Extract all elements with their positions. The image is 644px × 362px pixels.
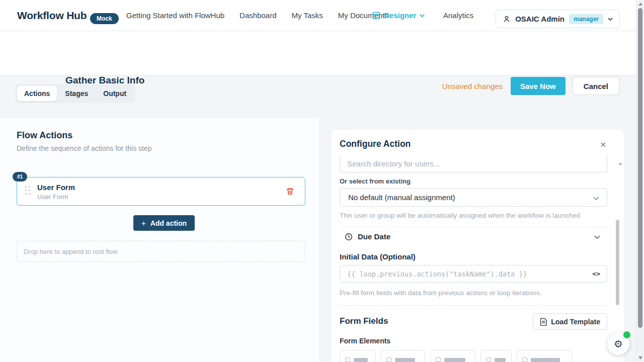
load-template-label: Load Template xyxy=(551,318,600,326)
configure-action-title: Configure Action xyxy=(340,139,411,149)
top-navbar: Workflow Hub Mock Getting Started with F… xyxy=(0,0,644,31)
scrollbar-up-arrow[interactable] xyxy=(638,3,642,6)
flow-actions-title: Flow Actions xyxy=(17,130,72,141)
scrollbar-thumb[interactable] xyxy=(638,8,642,328)
drop-zone-hint: Drop here to append to root flow xyxy=(24,248,117,255)
user-menu[interactable]: OSAIC Admin manager xyxy=(496,10,620,28)
nav-item-my-tasks[interactable]: My Tasks xyxy=(291,11,323,20)
flow-actions-panel: Flow Actions Define the sequence of acti… xyxy=(0,118,319,362)
tab-stages[interactable]: Stages xyxy=(58,86,95,101)
drag-handle-icon[interactable] xyxy=(25,186,30,195)
section-divider xyxy=(340,305,607,306)
form-elements-label: Form Elements xyxy=(340,337,390,345)
initial-data-field: <> xyxy=(340,265,607,283)
due-date-section-toggle[interactable]: Due Date xyxy=(340,227,607,246)
initial-data-label: Initial Data (Optional) xyxy=(340,252,416,261)
cancel-button[interactable]: Cancel xyxy=(573,77,619,95)
env-badge: Mock xyxy=(90,13,119,24)
close-icon[interactable]: ✕ xyxy=(600,141,606,148)
select-existing-label: Or select from existing xyxy=(340,177,411,185)
form-element-chips xyxy=(340,350,572,362)
add-action-button[interactable]: + Add action xyxy=(133,215,195,231)
tab-actions[interactable]: Actions xyxy=(17,86,57,101)
nav-links: Getting Started with FlowHub Dashboard M… xyxy=(126,11,388,20)
configure-action-panel: Configure Action ✕ Or select from existi… xyxy=(331,130,624,362)
default-assignee-select[interactable]: No default (manual assignment) xyxy=(340,188,607,207)
initial-data-hint: Pre-fill form fields with data from prev… xyxy=(340,289,541,297)
form-element-chip[interactable] xyxy=(340,350,376,362)
chevron-down-icon xyxy=(594,235,600,239)
drop-zone[interactable]: Drop here to append to root flow xyxy=(17,241,305,262)
action-card-title: User Form xyxy=(37,183,75,192)
nav-item-analytics[interactable]: Analytics xyxy=(443,11,473,20)
nav-item-designer[interactable]: Designer xyxy=(372,11,425,20)
user-name: OSAIC Admin xyxy=(515,15,565,23)
tabbar: Actions Stages Output xyxy=(15,84,135,103)
panel-scrollbar-thumb[interactable] xyxy=(616,220,619,305)
nav-item-dashboard[interactable]: Dashboard xyxy=(239,11,276,20)
app-window: Workflow Hub Mock Getting Started with F… xyxy=(0,0,644,362)
designer-layout-icon xyxy=(372,12,380,20)
delete-action-button[interactable] xyxy=(286,187,295,196)
inner-scroll-up-arrow[interactable] xyxy=(618,162,622,165)
document-icon xyxy=(540,318,547,326)
due-date-label: Due Date xyxy=(358,232,390,241)
user-icon xyxy=(503,15,511,23)
load-template-button[interactable]: Load Template xyxy=(533,313,607,330)
form-element-chip[interactable] xyxy=(430,350,475,362)
code-icon[interactable]: <> xyxy=(592,270,607,278)
add-action-label: Add action xyxy=(150,219,187,227)
unsaved-changes-status: Unsaved changes xyxy=(442,82,503,90)
nav-item-getting-started[interactable]: Getting Started with FlowHub xyxy=(126,11,224,20)
form-element-chip[interactable] xyxy=(480,350,512,362)
app-title: Workflow Hub xyxy=(17,10,87,22)
window-scrollbar xyxy=(636,0,644,362)
clock-icon xyxy=(345,233,353,241)
form-element-chip[interactable] xyxy=(517,350,572,362)
chevron-down-icon xyxy=(608,18,613,21)
status-dot xyxy=(623,331,630,338)
form-fields-title: Form Fields xyxy=(340,316,388,326)
nav-item-designer-label: Designer xyxy=(384,11,416,20)
user-role-badge: manager xyxy=(569,14,603,24)
tab-output[interactable]: Output xyxy=(96,86,133,101)
action-index-badge: #1 xyxy=(13,172,27,182)
user-search-input[interactable] xyxy=(340,155,607,172)
chevron-down-icon xyxy=(420,14,425,17)
chevron-down-icon xyxy=(593,197,599,200)
initial-data-input[interactable] xyxy=(340,265,592,282)
assignee-hint: This user or group will be automatically… xyxy=(340,212,580,219)
action-card-user-form[interactable]: User Form User Form xyxy=(17,177,305,206)
page-header: ← Back Gather Basic Info Client Onboardi… xyxy=(0,31,644,75)
scrollbar-down-arrow[interactable] xyxy=(638,356,642,359)
plus-icon: + xyxy=(141,219,146,227)
action-card-type: User Form xyxy=(37,193,68,201)
gear-icon: ⚙ xyxy=(614,338,623,350)
default-assignee-value: No default (manual assignment) xyxy=(348,193,455,202)
form-element-chip[interactable] xyxy=(381,350,425,362)
save-now-button[interactable]: Save Now xyxy=(511,77,566,95)
header-actions: Unsaved changes Save Now Cancel xyxy=(442,77,619,95)
flow-actions-subtitle: Define the sequence of actions for this … xyxy=(17,144,152,152)
